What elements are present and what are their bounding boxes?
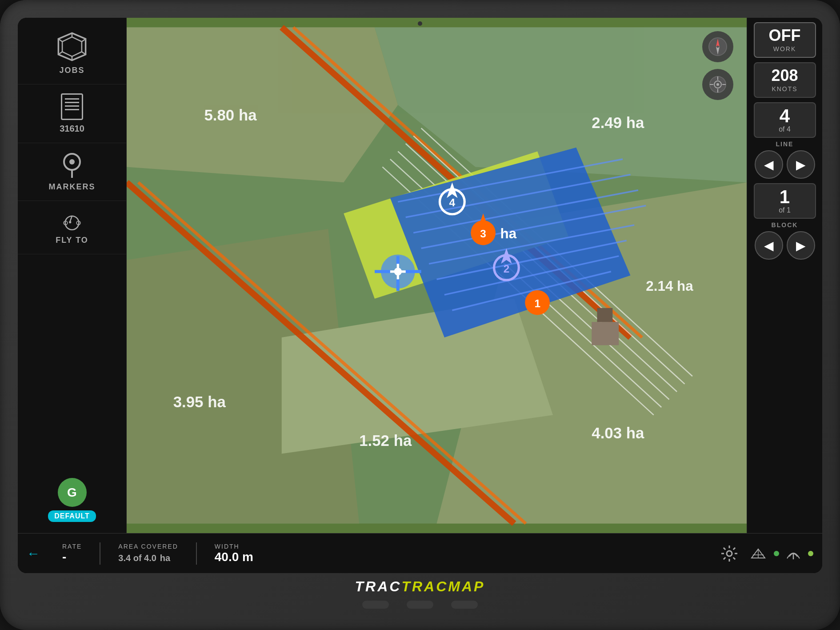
main-content: JOBS 31610 (18, 18, 822, 533)
svg-text:4.03 ha: 4.03 ha (592, 424, 644, 441)
signal-status-dot (808, 551, 813, 556)
back-button[interactable]: ← (27, 546, 40, 561)
signal-icon (786, 547, 801, 560)
block-value-box: 1 of 1 (754, 183, 816, 219)
divider-2 (196, 542, 197, 565)
settings-button[interactable] (718, 542, 740, 565)
sidebar-item-markers[interactable]: MARKERS (18, 143, 126, 201)
area-value: 3.4 of 4.0 ha (118, 550, 178, 564)
svg-rect-69 (597, 308, 612, 322)
tracmap-logo: TRACTRACMAP (355, 578, 485, 595)
bottom-icons (749, 547, 813, 560)
svg-text:5.80 ha: 5.80 ha (204, 106, 257, 124)
rate-label: RATE (62, 543, 82, 550)
hw-btn-2[interactable] (407, 601, 433, 609)
svg-text:2.14 ha: 2.14 ha (646, 278, 693, 294)
width-value: 40.0 m (215, 550, 253, 564)
line-subvalue: of 4 (779, 125, 791, 133)
rate-group: RATE - (53, 543, 91, 564)
knots-label: KNOTS (772, 85, 797, 92)
line-label: LINE (776, 140, 794, 148)
line-section: 4 of 4 LINE ◀ ▶ (754, 102, 816, 179)
svg-point-9 (69, 159, 75, 165)
line-value-box: 4 of 4 (754, 102, 816, 138)
svg-point-56 (394, 268, 402, 275)
markers-label: MARKERS (48, 182, 95, 192)
area-label: AREA COVERED (118, 543, 178, 550)
sidebar-item-jobs[interactable]: JOBS (18, 22, 126, 84)
svg-text:3: 3 (480, 228, 486, 240)
svg-text:ha: ha (500, 226, 516, 241)
settings-icon (720, 545, 738, 562)
knots-display: 208 KNOTS (754, 62, 816, 98)
svg-text:1.52 ha: 1.52 ha (359, 432, 412, 449)
hw-btn-3[interactable] (451, 601, 478, 609)
default-badge[interactable]: DEFAULT (48, 510, 96, 522)
block-section: 1 of 1 BLOCK ◀ ▶ (754, 183, 816, 260)
flyto-icon (59, 210, 85, 232)
compass-button[interactable] (702, 31, 733, 62)
svg-line-85 (724, 547, 725, 549)
svg-point-80 (727, 551, 732, 556)
jobs-label: JOBS (59, 66, 84, 75)
tablet-bottom: TRACTRACMAP (355, 573, 485, 597)
svg-line-88 (724, 557, 725, 559)
svg-point-15 (69, 221, 71, 223)
work-toggle-button[interactable]: OFF WORK (754, 22, 816, 58)
right-panel: OFF WORK 208 KNOTS 4 of 4 LINE (747, 18, 822, 533)
jobs-icon (56, 31, 88, 62)
sidebar: JOBS 31610 (18, 18, 127, 533)
block-value: 1 (780, 188, 790, 206)
profile-avatar[interactable]: G (58, 478, 87, 507)
compass-icon (708, 37, 728, 57)
tablet-screen: JOBS 31610 (18, 18, 822, 573)
line-nav-row: ◀ ▶ (755, 150, 815, 179)
work-label: WORK (773, 45, 796, 52)
work-status: OFF (769, 28, 801, 44)
svg-text:4: 4 (449, 197, 456, 209)
svg-text:2: 2 (504, 263, 510, 275)
gps-button[interactable] (702, 69, 733, 100)
camera-dot (418, 21, 422, 26)
area-group: AREA COVERED 3.4 of 4.0 ha (109, 543, 187, 564)
svg-text:3.95 ha: 3.95 ha (173, 393, 226, 410)
block-label: BLOCK (772, 221, 798, 229)
flyto-label: FLY TO (56, 236, 88, 245)
block-next-button[interactable]: ▶ (787, 231, 815, 260)
marker-icon (61, 152, 83, 179)
svg-rect-68 (592, 322, 619, 345)
map-area[interactable]: 1 2 3 4 (127, 18, 747, 533)
sidebar-item-document[interactable]: 31610 (18, 84, 126, 143)
tablet-device: JOBS 31610 (0, 0, 840, 630)
line-value: 4 (780, 107, 790, 125)
svg-line-86 (733, 557, 735, 559)
svg-text:2.49 ha: 2.49 ha (592, 114, 644, 131)
knots-value: 208 (771, 68, 798, 84)
line-next-button[interactable]: ▶ (787, 150, 815, 179)
block-prev-button[interactable]: ◀ (755, 231, 783, 260)
divider-1 (100, 542, 100, 565)
hw-btn-1[interactable] (362, 601, 389, 609)
gps-icon (709, 76, 727, 93)
svg-line-87 (733, 547, 735, 549)
width-label: WIDTH (215, 543, 253, 550)
svg-marker-17 (127, 28, 398, 183)
job-number: 31610 (60, 124, 84, 134)
drone-icon (749, 547, 767, 560)
line-prev-button[interactable]: ◀ (755, 150, 783, 179)
svg-point-75 (716, 83, 719, 86)
svg-text:1: 1 (534, 297, 540, 309)
bottom-bar: ← RATE - AREA COVERED 3.4 of 4.0 ha WIDT… (18, 533, 822, 573)
block-subvalue: of 1 (779, 206, 791, 214)
svg-line-14 (70, 216, 72, 221)
drone-status-dot (774, 551, 779, 556)
block-nav-row: ◀ ▶ (755, 231, 815, 260)
width-group: WIDTH 40.0 m (206, 543, 262, 564)
hardware-buttons (362, 597, 478, 612)
svg-marker-1 (62, 37, 82, 56)
sidebar-bottom: G DEFAULT (18, 471, 126, 529)
rate-value: - (62, 550, 82, 564)
document-icon (61, 93, 83, 120)
sidebar-item-flyto[interactable]: FLY TO (18, 201, 126, 254)
map-svg: 1 2 3 4 (127, 18, 747, 533)
